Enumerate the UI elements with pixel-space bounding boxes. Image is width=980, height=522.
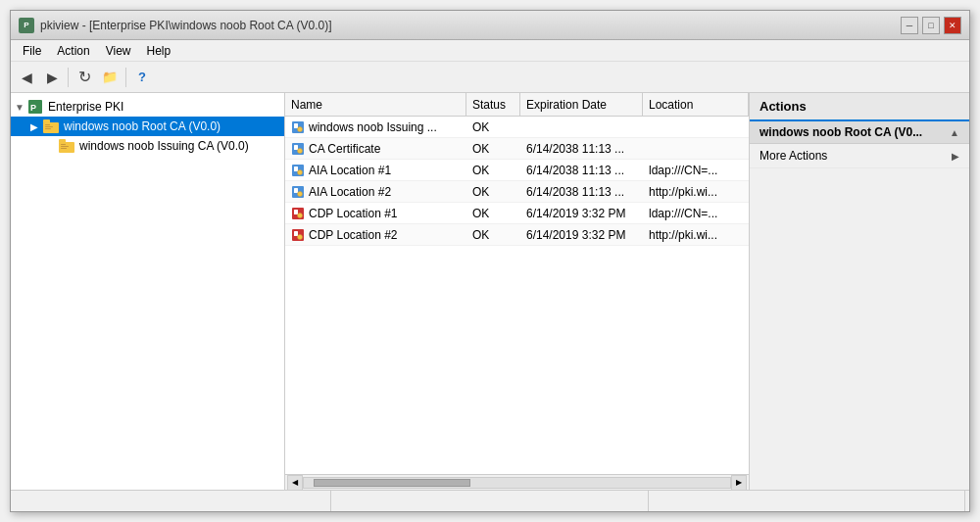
actions-section-chevron: ▲ [950, 127, 959, 138]
refresh-button[interactable]: ↻ [73, 66, 96, 89]
svg-point-29 [298, 234, 303, 239]
cell-name-3: AIA Location #2 [285, 185, 466, 199]
minimize-button[interactable]: ─ [901, 17, 918, 34]
svg-rect-11 [61, 148, 67, 149]
tree-item-issuing-ca[interactable]: windows noob Issuing CA (V0.0) [11, 136, 284, 156]
list-row[interactable]: CDP Location #1 OK 6/14/2019 3:32 PM lda… [285, 203, 749, 224]
cell-location-2: ldap:///CN=... [643, 164, 749, 177]
more-actions-arrow: ▶ [952, 151, 959, 162]
toolbar-separator-2 [125, 68, 126, 87]
svg-point-20 [298, 169, 303, 174]
main-panel: Name Status Expiration Date Location win… [285, 93, 749, 490]
restore-button[interactable]: □ [922, 17, 940, 34]
status-bar [11, 490, 969, 511]
svg-point-26 [298, 213, 303, 217]
scrollbar-thumb[interactable] [314, 479, 470, 487]
status-section-2 [331, 491, 648, 511]
svg-rect-7 [59, 142, 74, 153]
cell-expiry-4: 6/14/2019 3:32 PM [520, 207, 643, 220]
actions-section-title[interactable]: windows noob Root CA (V0... ▲ [750, 121, 969, 144]
help-button[interactable]: ? [130, 66, 154, 89]
title-bar: P pkiview - [Enterprise PKI\windows noob… [11, 11, 969, 40]
root-ca-label: windows noob Root CA (V0.0) [64, 119, 220, 133]
svg-rect-13 [294, 123, 298, 128]
cert-blue-icon-3 [291, 185, 305, 199]
cell-status-2: OK [466, 164, 520, 177]
svg-rect-9 [61, 144, 66, 145]
status-section-3 [649, 491, 965, 511]
cell-expiry-3: 6/14/2038 11:13 ... [520, 185, 643, 199]
svg-rect-5 [45, 126, 53, 127]
more-actions-item[interactable]: More Actions ▶ [750, 144, 969, 168]
svg-rect-4 [45, 124, 50, 125]
list-row[interactable]: AIA Location #2 OK 6/14/2038 11:13 ... h… [285, 181, 749, 203]
forward-button[interactable]: ▶ [40, 66, 64, 89]
svg-rect-8 [59, 139, 66, 143]
list-row[interactable]: windows noob Issuing ... OK [285, 117, 749, 138]
cell-expiry-1: 6/14/2038 11:13 ... [520, 142, 643, 156]
svg-rect-28 [294, 231, 298, 236]
tree-item-enterprise-pki[interactable]: ▼ P Enterprise PKI [11, 97, 284, 117]
tree-panel: ▼ P Enterprise PKI ▶ [11, 93, 285, 490]
scroll-right-button[interactable]: ▶ [731, 475, 747, 491]
root-ca-icon [42, 119, 60, 134]
cell-name-5: CDP Location #2 [285, 228, 466, 242]
col-header-expiry[interactable]: Expiration Date [520, 93, 643, 116]
svg-point-17 [298, 148, 303, 153]
tree-item-root-ca[interactable]: ▶ windows noob Root CA (V0.0) [11, 117, 284, 136]
list-body: windows noob Issuing ... OK CA Cert [285, 117, 749, 474]
cell-status-4: OK [466, 207, 520, 220]
cert-red-icon-5 [291, 228, 305, 242]
main-window: P pkiview - [Enterprise PKI\windows noob… [10, 10, 970, 512]
svg-rect-19 [294, 166, 298, 171]
issuing-ca-label: windows noob Issuing CA (V0.0) [79, 139, 249, 153]
cell-name-0: windows noob Issuing ... [285, 120, 466, 134]
cell-expiry-5: 6/14/2019 3:32 PM [520, 228, 643, 242]
svg-rect-16 [294, 145, 298, 150]
close-button[interactable]: ✕ [944, 17, 961, 34]
issuing-ca-icon [58, 138, 75, 154]
pki-icon: P [26, 99, 44, 115]
list-row[interactable]: CDP Location #2 OK 6/14/2019 3:32 PM htt… [285, 224, 749, 246]
menu-bar: File Action View Help [11, 40, 969, 62]
cell-name-1: CA Certificate [285, 142, 466, 156]
col-header-status[interactable]: Status [466, 93, 520, 116]
menu-view[interactable]: View [98, 42, 139, 60]
svg-rect-25 [294, 210, 298, 214]
window-controls: ─ □ ✕ [901, 17, 961, 34]
list-row[interactable]: CA Certificate OK 6/14/2038 11:13 ... [285, 138, 749, 160]
back-button[interactable]: ◀ [15, 66, 38, 89]
toolbar-separator-1 [68, 68, 69, 87]
cell-expiry-2: 6/14/2038 11:13 ... [520, 164, 643, 177]
cell-location-5: http://pki.wi... [643, 228, 749, 242]
menu-help[interactable]: Help [139, 42, 179, 60]
menu-file[interactable]: File [15, 42, 49, 60]
menu-action[interactable]: Action [49, 42, 97, 60]
cell-status-1: OK [466, 142, 520, 156]
col-header-location[interactable]: Location [643, 93, 749, 116]
svg-rect-3 [43, 119, 50, 123]
cell-location-4: ldap:///CN=... [643, 207, 749, 220]
export-button[interactable]: 📁 [98, 66, 122, 89]
content-area: ▼ P Enterprise PKI ▶ [11, 93, 969, 490]
scroll-left-button[interactable]: ◀ [287, 475, 303, 491]
window-title: pkiview - [Enterprise PKI\windows noob R… [40, 19, 901, 32]
expand-icon-root: ▶ [30, 121, 42, 132]
svg-rect-2 [43, 122, 59, 133]
toolbar: ◀ ▶ ↻ 📁 ? [11, 62, 969, 93]
svg-point-14 [298, 126, 303, 131]
cell-status-3: OK [466, 185, 520, 199]
enterprise-pki-label: Enterprise PKI [48, 100, 123, 114]
list-header: Name Status Expiration Date Location [285, 93, 749, 117]
col-header-name[interactable]: Name [285, 93, 466, 116]
expand-icon: ▼ [15, 102, 26, 113]
cell-status-5: OK [466, 228, 520, 242]
svg-rect-22 [294, 188, 298, 193]
horizontal-scrollbar-area: ◀ ▶ [285, 474, 749, 490]
actions-panel: Actions windows noob Root CA (V0... ▲ Mo… [749, 93, 969, 490]
cert-blue-icon-0 [291, 120, 305, 134]
app-icon: P [19, 18, 34, 33]
list-row[interactable]: AIA Location #1 OK 6/14/2038 11:13 ... l… [285, 160, 749, 181]
horizontal-scrollbar[interactable] [303, 477, 731, 489]
cell-name-2: AIA Location #1 [285, 164, 466, 177]
